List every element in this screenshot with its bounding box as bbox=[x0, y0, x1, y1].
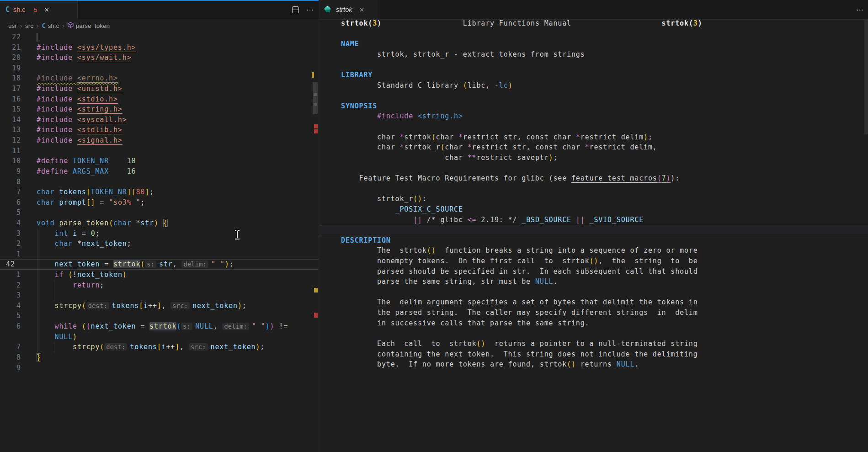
code-line[interactable]: 17#include <unistd.h> bbox=[0, 84, 319, 94]
scrollbar-thumb[interactable] bbox=[313, 82, 318, 114]
tab-strtok[interactable]: strtok × bbox=[319, 0, 379, 19]
code-line[interactable]: 14#include <syscall.h> bbox=[0, 115, 319, 125]
man-line[interactable]: containing the next token. This string d… bbox=[319, 349, 868, 360]
code-line[interactable]: 2 char *next_token; bbox=[0, 239, 319, 249]
c-language-icon: C bbox=[42, 22, 45, 29]
chevron-right-icon: › bbox=[62, 22, 64, 29]
man-line[interactable]: DESCRIPTION bbox=[319, 235, 868, 246]
right-tab-bar: strtok × ⋯ bbox=[319, 0, 868, 20]
line-number: 4 bbox=[0, 301, 21, 311]
code-line[interactable]: NULL) bbox=[0, 332, 319, 342]
code-line[interactable]: 16#include <stdio.h> bbox=[0, 94, 319, 105]
tab-label: strtok bbox=[336, 6, 352, 13]
man-line[interactable] bbox=[319, 184, 868, 194]
man-line[interactable]: LIBRARY bbox=[319, 70, 868, 80]
code-line[interactable]: 42 next_token = strtok(s:str, delim:" ")… bbox=[0, 259, 319, 270]
code-line[interactable]: 5 bbox=[0, 311, 319, 321]
man-line[interactable]: byte. If no more tokens are found, strto… bbox=[319, 359, 868, 370]
line-number: 10 bbox=[0, 156, 21, 166]
code-line[interactable]: 6char prompt[] = "so3% "; bbox=[0, 197, 319, 208]
code-line[interactable]: 4 strcpy(dest:tokens[i++], src:next_toke… bbox=[0, 301, 319, 311]
code-line[interactable]: 19 bbox=[0, 63, 319, 74]
manpage-viewer[interactable]: strtok(3) Library Functions Manual strto… bbox=[319, 18, 868, 452]
code-line[interactable]: 18#include <errno.h> bbox=[0, 73, 319, 84]
code-line[interactable]: 7char tokens[TOKEN_NR][80]; bbox=[0, 187, 319, 197]
code-line[interactable]: 10#define TOKEN_NR 10 bbox=[0, 156, 319, 166]
error-marker bbox=[314, 313, 318, 318]
man-line[interactable]: parsed should be specified in str. In ea… bbox=[319, 266, 868, 277]
man-line[interactable]: nonempty tokens. On the first call to st… bbox=[319, 256, 868, 266]
code-line[interactable]: 3 int i = 0; bbox=[0, 229, 319, 239]
line-number: 4 bbox=[0, 218, 21, 229]
man-line[interactable]: The delim argument specifies a set of by… bbox=[319, 297, 868, 308]
breadcrumb-src[interactable]: src bbox=[25, 22, 33, 29]
line-number: 12 bbox=[0, 135, 21, 146]
code-line[interactable]: 1 if (!next_token) bbox=[0, 270, 319, 280]
more-actions-icon[interactable]: ⋯ bbox=[306, 5, 314, 14]
editor-pane-right: strtok × ⋯ strtok(3) Library Functions M… bbox=[319, 0, 868, 452]
man-line[interactable]: in successive calls that parse the same … bbox=[319, 318, 868, 329]
line-number: 2 bbox=[0, 239, 21, 249]
code-line[interactable]: 4void parse_token(char *str) { bbox=[0, 218, 319, 229]
man-line[interactable]: NAME bbox=[319, 39, 868, 49]
code-line[interactable]: 6 while ((next_token = strtok(s:NULL, de… bbox=[0, 321, 319, 332]
man-line[interactable]: strtok(3) Library Functions Manual strto… bbox=[319, 18, 868, 29]
code-line[interactable]: 15#include <string.h> bbox=[0, 104, 319, 115]
man-line[interactable]: SYNOPSIS bbox=[319, 101, 868, 112]
man-line[interactable]: char **restrict saveptr); bbox=[319, 153, 868, 163]
code-line[interactable]: 1 bbox=[0, 249, 319, 260]
man-line[interactable]: parse the same string, str must be NULL. bbox=[319, 277, 868, 287]
man-line[interactable]: The strtok() function breaks a string in… bbox=[319, 245, 868, 256]
man-line[interactable] bbox=[319, 225, 868, 235]
code-line[interactable]: 13#include <stdlib.h> bbox=[0, 125, 319, 135]
code-line[interactable]: 8} bbox=[0, 352, 319, 363]
man-line[interactable]: Feature Test Macro Requirements for glib… bbox=[319, 173, 868, 184]
man-line[interactable]: || /* glibc <= 2.19: */ _BSD_SOURCE || _… bbox=[319, 215, 868, 225]
man-line[interactable]: #include <string.h> bbox=[319, 111, 868, 122]
code-line[interactable]: 22 bbox=[0, 32, 319, 43]
man-line[interactable]: char *strtok(char *restrict str, const c… bbox=[319, 132, 868, 143]
scrollbar-thumb[interactable] bbox=[864, 20, 868, 134]
man-line[interactable]: the parsed string. The caller may specif… bbox=[319, 308, 868, 318]
text-cursor bbox=[37, 33, 37, 42]
code-line[interactable]: 3 bbox=[0, 290, 319, 301]
man-line[interactable]: _POSIX_C_SOURCE bbox=[319, 204, 868, 215]
breadcrumb-symbol[interactable]: parse_token bbox=[76, 22, 110, 29]
line-number: 19 bbox=[0, 63, 21, 74]
line-number: 6 bbox=[0, 197, 21, 208]
code-line[interactable]: 7 strcpy(dest:tokens[i++], src:next_toke… bbox=[0, 342, 319, 352]
split-editor-icon[interactable] bbox=[292, 6, 299, 13]
man-line[interactable]: char *strtok_r(char *restrict str, const… bbox=[319, 142, 868, 153]
line-number: 6 bbox=[0, 321, 21, 332]
man-line[interactable]: strtok, strtok_r - extract tokens from s… bbox=[319, 49, 868, 60]
left-editor-actions: ⋯ bbox=[292, 0, 314, 19]
code-line[interactable]: 20#include <sys/wait.h> bbox=[0, 53, 319, 63]
code-line[interactable]: 9 bbox=[0, 363, 319, 373]
code-line[interactable]: 5 bbox=[0, 207, 319, 218]
man-line[interactable] bbox=[319, 122, 868, 132]
man-line[interactable] bbox=[319, 90, 868, 101]
code-line[interactable]: 11 bbox=[0, 146, 319, 156]
code-line[interactable]: 12#include <signal.h> bbox=[0, 135, 319, 146]
close-icon[interactable]: × bbox=[44, 6, 49, 14]
code-line[interactable]: 9#define ARGS_MAX 16 bbox=[0, 166, 319, 177]
man-line[interactable]: Each call to strtok() returns a pointer … bbox=[319, 339, 868, 349]
code-line[interactable]: 21#include <sys/types.h> bbox=[0, 43, 319, 53]
code-editor[interactable]: 2221#include <sys/types.h>20#include <sy… bbox=[0, 32, 319, 452]
man-line[interactable] bbox=[319, 328, 868, 339]
man-line[interactable] bbox=[319, 59, 868, 70]
code-line[interactable]: 8 bbox=[0, 177, 319, 187]
man-line[interactable] bbox=[319, 163, 868, 174]
line-number: 8 bbox=[0, 177, 21, 187]
more-actions-icon[interactable]: ⋯ bbox=[856, 5, 864, 14]
breadcrumb-file[interactable]: sh.c bbox=[48, 22, 59, 29]
man-line[interactable]: strtok_r(): bbox=[319, 194, 868, 204]
man-line[interactable] bbox=[319, 29, 868, 39]
man-line[interactable]: Standard C library (libc, -lc) bbox=[319, 80, 868, 91]
right-editor-actions: ⋯ bbox=[856, 0, 864, 19]
breadcrumb-usr[interactable]: usr bbox=[8, 22, 17, 29]
code-line[interactable]: 2 return; bbox=[0, 280, 319, 291]
man-line[interactable] bbox=[319, 287, 868, 298]
tab-sh-c[interactable]: C sh.c 5 × bbox=[0, 0, 78, 19]
close-icon[interactable]: × bbox=[359, 6, 364, 14]
